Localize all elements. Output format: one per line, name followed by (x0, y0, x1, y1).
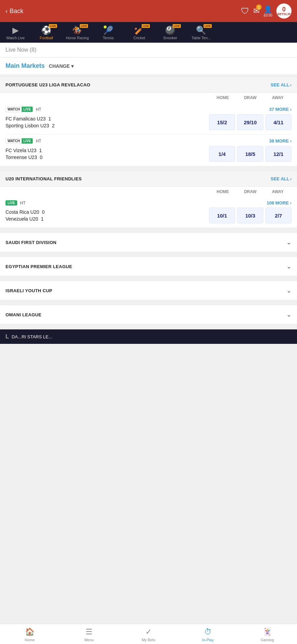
live-badge-u20: LIVE (6, 200, 17, 205)
match-row: WATCH LIVE HT 37 MORE › FC Famalicao U23… (0, 103, 297, 134)
home-team-1: FC Famalicao U23 1 (6, 115, 209, 122)
sport-nav: ▶ Watch Live LIVE ⚽ Football LIVE 🏇 Hors… (0, 22, 297, 43)
more-link-1[interactable]: 37 MORE › (269, 107, 292, 112)
ht-label-u20-1: HT (20, 201, 25, 205)
nav-label-snooker: Snooker (163, 36, 177, 40)
snooker-live-badge: LIVE (173, 24, 181, 28)
omani-section[interactable]: OMANI LEAGUE ⌄ (0, 305, 297, 324)
stars-teaser: L DA...RI STARS LE... (0, 329, 297, 344)
u20-section-header: U20 INTERNATIONAL FRIENDLIES SEE ALL › (0, 171, 297, 187)
account-icon[interactable]: 👤 £0.00 (264, 5, 272, 17)
home-odd-btn-u20-1[interactable]: 10/1 (209, 208, 235, 223)
chevron-down-icon: ▾ (71, 63, 74, 69)
portuguese-section-title: PORTUGUESE U23 LIGA REVELACAO (6, 82, 90, 87)
nav-label-horse-racing: Horse Racing (66, 36, 89, 40)
teams-2: FC Vizela U23 1 Torreense U23 0 (6, 147, 209, 161)
live-now-bar: Live Now (8) (0, 43, 297, 57)
match-teams-odds-1: FC Famalicao U23 1 Sporting Lisbon U23 2… (6, 114, 292, 130)
u20-see-all[interactable]: SEE ALL › (271, 176, 292, 181)
chevron-down-israeli: ⌄ (286, 287, 292, 294)
away-team-name-u20-1: Venezuela U20 (6, 216, 38, 222)
match-status-1: WATCH LIVE HT (6, 106, 41, 112)
nav-item-table-tennis[interactable]: LIVE 🔍 Table Ten... (186, 24, 217, 41)
nav-label-table-tennis: Table Ten... (191, 36, 211, 40)
home-team-2: FC Vizela U23 1 (6, 147, 209, 154)
draw-odd-btn-1[interactable]: 29/10 (237, 114, 263, 130)
watch-live-badge-1[interactable]: WATCH LIVE (6, 106, 33, 112)
nav-label-watch-live: Watch Live (6, 36, 25, 40)
chevron-down-omani: ⌄ (286, 311, 292, 318)
nav-item-tennis[interactable]: 🎾 Tennis (93, 24, 124, 41)
match-status-2: WATCH LIVE HT (6, 138, 41, 144)
away-score-1: 2 (52, 123, 56, 128)
u20-odds-header: HOME DRAW AWAY (0, 187, 297, 197)
away-col-header: AWAY (264, 95, 292, 100)
change-label: CHANGE (49, 63, 70, 69)
saudi-title: SAUDI FIRST DIVISION (6, 240, 56, 245)
nav-item-snooker[interactable]: LIVE 🎱 Snooker (155, 24, 186, 41)
home-team-u20-1: Costa Rica U20 0 (6, 209, 209, 215)
home-odd-btn-1[interactable]: 15/2 (209, 114, 235, 130)
away-score-u20-1: 1 (41, 216, 45, 222)
betslip-button[interactable]: 0 BETSLIP (276, 3, 292, 19)
nav-item-football[interactable]: LIVE ⚽ Football (31, 24, 62, 41)
chevron-down-saudi: ⌄ (286, 239, 292, 246)
draw-odd-btn-2[interactable]: 18/5 (237, 146, 263, 162)
saudi-section[interactable]: SAUDI FIRST DIVISION ⌄ (0, 233, 297, 252)
nav-label-football: Football (40, 36, 53, 40)
match-meta-2: WATCH LIVE HT 38 MORE › (6, 135, 292, 146)
more-link-u20-1[interactable]: 108 MORE › (267, 200, 292, 205)
away-odd-btn-2[interactable]: 12/1 (265, 146, 292, 162)
betslip-count: 0 (282, 6, 286, 12)
nav-item-cricket[interactable]: LIVE 🏏 Cricket (124, 24, 155, 41)
horse-racing-live-badge: LIVE (80, 24, 88, 28)
football-live-badge: LIVE (49, 24, 57, 28)
away-odd-btn-1[interactable]: 4/11 (265, 114, 292, 130)
nav-label-cricket: Cricket (133, 36, 145, 40)
arrow-right-icon-u20: › (290, 176, 292, 181)
match-teams-odds-2: FC Vizela U23 1 Torreense U23 0 1/4 18/5… (6, 146, 292, 162)
messages-icon[interactable]: ✉ 1 (253, 7, 260, 15)
portuguese-see-all[interactable]: SEE ALL › (271, 82, 292, 87)
away-team-1: Sporting Lisbon U23 2 (6, 122, 209, 129)
live-now-count: (8) (30, 47, 36, 53)
draw-col-header: DRAW (236, 95, 264, 100)
draw-odd-btn-u20-1[interactable]: 10/3 (237, 208, 263, 223)
u20-section-title: U20 INTERNATIONAL FRIENDLIES (6, 176, 82, 181)
tennis-icon: 🎾 (103, 25, 113, 35)
away-team-2: Torreense U23 0 (6, 154, 209, 161)
israeli-section[interactable]: ISRAELI YOUTH CUP ⌄ (0, 281, 297, 300)
stars-text: L (6, 334, 9, 340)
markets-title: Main Markets (6, 62, 45, 70)
home-col-header: HOME (209, 95, 236, 100)
home-team-name-u20-1: Costa Rica U20 (6, 209, 39, 215)
nav-label-tennis: Tennis (103, 36, 114, 40)
nav-item-horse-racing[interactable]: LIVE 🏇 Horse Racing (62, 24, 93, 41)
home-score-1: 1 (48, 116, 53, 122)
live-now-label: Live Now (6, 47, 28, 53)
live-text: LIVE (22, 107, 33, 112)
egyptian-title: EGYPTIAN PREMIER LEAGUE (6, 264, 72, 269)
change-markets-button[interactable]: CHANGE ▾ (49, 63, 74, 69)
watch-text: WATCH (6, 107, 22, 112)
nav-item-watch-live[interactable]: ▶ Watch Live (0, 24, 31, 41)
odds-u20-1: 10/1 10/3 2/7 (209, 208, 292, 223)
back-button[interactable]: ‹ Back (6, 8, 23, 15)
home-odd-btn-2[interactable]: 1/4 (209, 146, 235, 162)
watch-live-badge-2[interactable]: WATCH LIVE (6, 138, 33, 144)
header: ‹ Back 🛡 ✉ 1 👤 £0.00 0 BETSLIP (0, 0, 297, 22)
u20-section: U20 INTERNATIONAL FRIENDLIES SEE ALL › H… (0, 171, 297, 228)
ht-label-2: HT (36, 139, 41, 144)
away-odd-btn-u20-1[interactable]: 2/7 (265, 208, 292, 223)
watch-live-icon: ▶ (12, 25, 19, 35)
more-link-2[interactable]: 38 MORE › (269, 138, 292, 144)
away-score-2: 0 (40, 155, 44, 160)
back-label: Back (10, 8, 23, 15)
header-actions: 🛡 ✉ 1 👤 £0.00 0 BETSLIP (241, 3, 292, 19)
shield-icon[interactable]: 🛡 (241, 6, 249, 16)
egyptian-section[interactable]: EGYPTIAN PREMIER LEAGUE ⌄ (0, 257, 297, 276)
chevron-down-egyptian: ⌄ (286, 263, 292, 270)
match-row: LIVE HT 108 MORE › Costa Rica U20 0 Vene… (0, 197, 297, 228)
watch-text-2: WATCH (6, 138, 22, 144)
portuguese-section: PORTUGUESE U23 LIGA REVELACAO SEE ALL › … (0, 77, 297, 166)
